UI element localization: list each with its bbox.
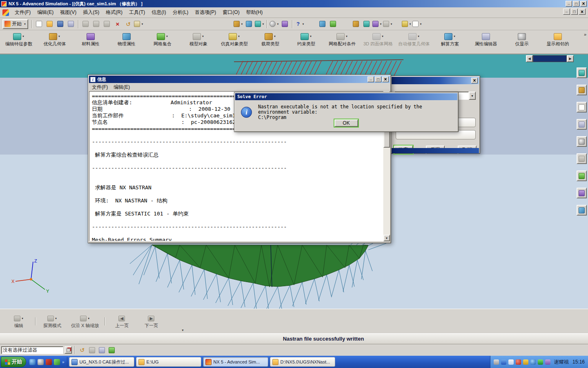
menu-format[interactable]: 格式(R) [102,7,126,18]
general-selection-button[interactable] [88,346,96,354]
info-minimize-button[interactable] [368,76,374,82]
mdi-restore-button[interactable] [571,9,578,15]
messenger-icon[interactable] [54,359,60,365]
snap-point-button[interactable] [65,346,72,354]
undo-button[interactable]: ↺ [123,19,133,29]
snapshot-button[interactable]: ▼ [372,19,382,29]
chevron-down-icon[interactable]: ▼ [469,92,476,100]
mail-button[interactable] [577,205,587,215]
solution-button[interactable]: ▼ 解算方案 [432,31,468,54]
mesh-collector-button[interactable]: ▼ 网格集合 [145,31,180,54]
optimize-geometry-button[interactable]: ▼ 优化几何体 [37,31,73,54]
constraint-type-button[interactable]: ▼ 约束类型 [288,31,324,54]
solve-error-titlebar[interactable]: Solve Error [235,93,457,100]
show-adjacent-button[interactable]: 显示相邻的 [540,31,576,54]
pin-selection-button[interactable] [98,346,105,354]
report-button[interactable] [577,119,587,130]
edit-display-button[interactable]: ▼ 编辑 [8,315,29,328]
material-properties-button[interactable]: 材料属性 [73,31,109,54]
update-icon[interactable] [545,359,550,365]
next-page-button[interactable]: ▶ 下一页 [140,315,162,328]
mdi-close-button[interactable] [579,9,586,15]
navigator-button[interactable] [577,67,587,78]
task-button-word-doc[interactable]: UG_NX5.0 CAE操作过... [69,357,134,367]
paste-button[interactable] [102,19,112,29]
menu-insert[interactable]: 插入(S) [80,7,102,18]
media-player-icon[interactable] [46,359,52,365]
show-only-button[interactable]: 仅显示 [504,31,540,54]
print-button[interactable] [66,19,76,29]
auto-fix-geometry-button[interactable]: ▼ 自动修复几何体 [396,31,432,54]
menu-information[interactable]: 信息(I) [148,7,169,18]
info-menu-edit[interactable]: 编辑(E) [111,83,133,92]
simulation-file-button[interactable] [577,102,587,112]
messenger-tray-icon[interactable] [530,359,536,365]
task-button-nx5[interactable]: NX 5 - Advanced Sim... [203,357,268,367]
start-button[interactable]: 开始 [1,357,26,367]
information-window-titlebar[interactable]: i 信息 [89,76,390,83]
chart-button[interactable] [577,171,587,181]
post-view-button[interactable] [577,85,587,95]
menu-tools[interactable]: 工具(T) [126,7,148,18]
start-app-button[interactable]: 开始 ▼ [2,19,28,29]
task-button-explorer-nastran[interactable]: D:\NX5.0\UGS\NXNast... [270,357,335,367]
toolbar-overflow-chevron[interactable]: ▼ [181,329,184,332]
scrollbar-track[interactable] [533,55,567,62]
menu-preferences[interactable]: 首选项(P) [192,7,219,18]
info-maximize-button[interactable] [375,76,381,82]
previous-page-button[interactable]: ◀ 上一页 [111,315,132,328]
menu-file[interactable]: 文件(F) [11,7,34,18]
desktop-icon[interactable] [38,359,44,365]
new-file-button[interactable] [34,19,44,29]
selection-filter-input[interactable] [2,347,67,354]
minimize-button[interactable] [566,1,572,7]
pattern-button[interactable] [362,19,372,29]
menu-window[interactable]: 窗口(O) [219,7,243,18]
menu-edit[interactable]: 编辑(E) [34,7,57,18]
delete-button[interactable]: × [113,19,122,29]
menu-analysis[interactable]: 分析(L) [169,7,192,18]
close-button[interactable] [580,1,587,7]
scope-selection-button[interactable] [108,346,115,354]
measure-distance-button[interactable]: ▼ [402,19,412,29]
cut-button[interactable] [81,19,91,29]
info-menu-file[interactable]: 文件(F) [89,83,111,92]
selection-filter-dropdown[interactable]: ▼ [1,346,63,354]
ok-button[interactable]: OK [334,119,358,127]
display-mode-button[interactable]: ▼ [234,19,243,29]
undo-selection-button[interactable]: ↺ [78,346,86,354]
menu-help[interactable]: 帮助(H) [243,7,266,18]
scroll-left-button[interactable]: ◀ [526,55,533,62]
clipboard-history-button[interactable]: ▼ [134,19,144,29]
ime-keyboard-icon[interactable] [494,359,499,365]
scroll-down-button[interactable]: ▼ [383,235,390,241]
orient-view-button[interactable]: ▼ [255,19,265,29]
simulation-object-type-button[interactable]: ▼ 仿真对象类型 [216,31,252,54]
safely-remove-icon[interactable] [538,359,543,365]
selection-filter-button[interactable] [318,19,327,29]
menu-view[interactable]: 视图(V) [57,7,80,18]
move-object-button[interactable] [351,19,361,29]
browser-icon[interactable] [29,359,36,365]
save-button[interactable] [56,19,65,29]
chevron-right-icon[interactable]: » [62,360,65,364]
attribute-editor-button[interactable]: 属性编辑器 [468,31,504,54]
palette-button[interactable] [577,188,587,198]
render-style-button[interactable]: ▼ [270,19,279,29]
toolbar-overflow-chevron[interactable]: » [584,32,586,37]
shield-icon[interactable] [523,359,528,365]
task-button-explorer-eug[interactable]: E:\UG [136,357,201,367]
maximize-button[interactable] [573,1,579,7]
model-objects-button[interactable]: ▼ 模型对象 [180,31,216,54]
solution-dialog-close-button[interactable] [471,78,478,83]
annotate-button[interactable]: ▼ [412,19,422,29]
highlight-button[interactable] [328,19,338,29]
info-close-button[interactable] [382,76,389,82]
scrollbar-track[interactable] [383,148,390,235]
mdi-minimize-button[interactable] [563,9,570,15]
environment-button[interactable] [280,19,290,29]
tet-mesh-3d-button[interactable]: ▼ 3D 四面体网格 [360,31,396,54]
globe-button[interactable] [577,136,587,147]
open-file-button[interactable] [45,19,55,29]
wireframe-view-button[interactable] [244,19,254,29]
